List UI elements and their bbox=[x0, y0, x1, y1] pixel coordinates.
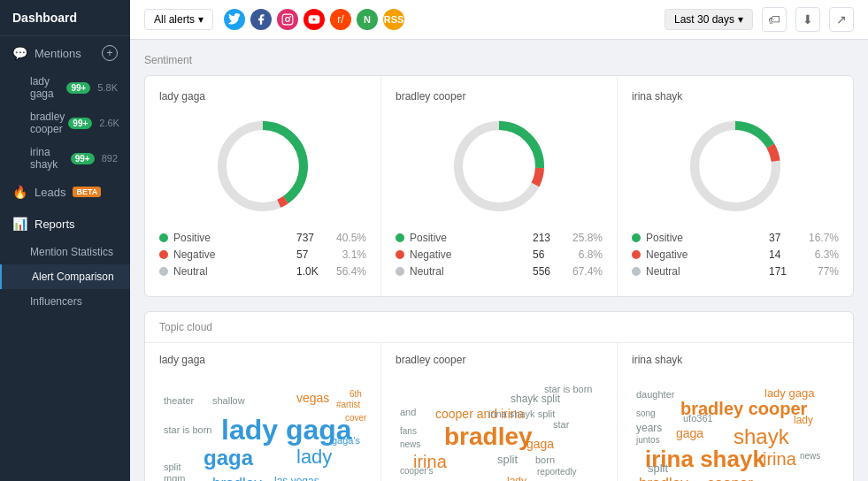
stat-row-positive: Positive 37 16.7% bbox=[632, 232, 839, 244]
youtube-filter-icon[interactable] bbox=[303, 9, 325, 30]
word-reportedly: reportedly bbox=[537, 467, 576, 477]
word-shayk: shayk bbox=[734, 424, 789, 450]
sentiment-stats-lady-gaga: Positive 737 40.5% Negative 57 3.1% Neut… bbox=[159, 232, 366, 278]
report-sub-items: Mention Statistics Alert Comparison Infl… bbox=[0, 240, 130, 314]
topbar: All alerts ▾ r/ N RSS Last 30 days ▾ bbox=[130, 0, 868, 40]
mention-item-bradley-cooper[interactable]: bradley cooper 99+ 2.6K bbox=[0, 105, 130, 141]
mention-item-lady-gaga[interactable]: lady gaga 99+ 5.8K bbox=[0, 70, 130, 105]
word-lady: lady bbox=[794, 414, 813, 426]
stat-row-positive: Positive 737 40.5% bbox=[159, 232, 366, 244]
news-filter-icon[interactable]: N bbox=[357, 9, 378, 30]
word-star-is-born: star is born bbox=[164, 424, 211, 436]
instagram-filter-icon[interactable] bbox=[277, 9, 298, 30]
svg-point-1 bbox=[286, 18, 290, 22]
negative-label: Negative bbox=[410, 248, 527, 261]
mention-count: 2.6K bbox=[99, 118, 119, 128]
word-gaga: gaga bbox=[526, 437, 554, 452]
tag-button[interactable]: 🏷 bbox=[762, 7, 787, 32]
word-fans: fans bbox=[400, 426, 417, 437]
neutral-label: Neutral bbox=[646, 265, 764, 278]
sentiment-section-title: Sentiment bbox=[144, 54, 854, 66]
neutral-pct: 56.4% bbox=[333, 265, 366, 278]
word-las-vegas: las vegas bbox=[274, 475, 319, 481]
mention-name: irina shayk bbox=[30, 146, 67, 171]
sentiment-card-irina-shayk: irina shayk Po bbox=[618, 76, 853, 296]
word-cooper: cooper bbox=[707, 475, 753, 481]
word-born: born bbox=[535, 454, 555, 466]
word-gaga: gaga bbox=[204, 446, 253, 471]
word-irina-shayk-split: irina shayk split bbox=[488, 408, 555, 420]
sidebar-item-mentions[interactable]: 💬 Mentions + bbox=[0, 36, 130, 70]
donut-chart-bradley-cooper bbox=[396, 113, 603, 219]
date-label: Last 30 days bbox=[674, 13, 734, 26]
sentiment-card-bradley-cooper: bradley cooper bbox=[381, 76, 618, 296]
mentions-label: Mentions bbox=[35, 47, 81, 60]
word-years: years bbox=[636, 422, 662, 434]
word-cloud-lady-gaga: lady gaga gaga lady bradley cooper vegas… bbox=[159, 373, 366, 481]
stat-row-neutral: Neutral 1.0K 56.4% bbox=[159, 265, 366, 278]
add-mention-button[interactable]: + bbox=[102, 45, 118, 61]
positive-label: Positive bbox=[410, 232, 527, 244]
word-and: and bbox=[400, 407, 416, 418]
sidebar-item-leads[interactable]: 🔥 Leads BETA bbox=[0, 176, 130, 208]
mention-name: bradley cooper bbox=[30, 111, 65, 135]
topbar-right: Last 30 days ▾ 🏷 ⬇ ↗ bbox=[664, 7, 854, 32]
sidebar-item-reports[interactable]: 📊 Reports bbox=[0, 208, 130, 240]
main-content: All alerts ▾ r/ N RSS Last 30 days ▾ bbox=[130, 0, 868, 481]
facebook-filter-icon[interactable] bbox=[250, 9, 272, 30]
mention-item-irina-shayk[interactable]: irina shayk 99+ 892 bbox=[0, 141, 130, 176]
word-cloud-irina-shayk: irina shayk bradley cooper shayk irina b… bbox=[632, 373, 839, 481]
sentiment-stats-irina-shayk: Positive 37 16.7% Negative 14 6.3% Neutr… bbox=[632, 232, 839, 278]
sentiment-stats-bradley-cooper: Positive 213 25.8% Negative 56 6.8% Neut… bbox=[396, 232, 603, 278]
twitter-filter-icon[interactable] bbox=[224, 9, 245, 30]
word-lady: lady bbox=[296, 446, 332, 469]
all-alerts-filter[interactable]: All alerts ▾ bbox=[144, 9, 213, 30]
leads-label: Leads bbox=[35, 186, 65, 199]
chevron-down-icon: ▾ bbox=[738, 13, 743, 26]
topic-cloud-section: Topic cloud lady gaga lady gaga gaga lad… bbox=[144, 311, 854, 481]
sidebar-sub-mention-statistics[interactable]: Mention Statistics bbox=[0, 240, 130, 264]
word-bradley: bradley bbox=[212, 475, 262, 481]
word-bradley: bradley bbox=[639, 475, 688, 481]
sidebar-logo[interactable]: Dashboard bbox=[0, 0, 130, 36]
word-star: star bbox=[553, 419, 569, 431]
stat-row-negative: Negative 57 3.1% bbox=[159, 248, 366, 261]
topic-card-name: lady gaga bbox=[159, 354, 366, 366]
neutral-dot bbox=[159, 267, 168, 276]
sentiment-cards: lady gaga bbox=[144, 75, 854, 297]
rss-filter-icon[interactable]: RSS bbox=[383, 9, 404, 30]
share-button[interactable]: ↗ bbox=[829, 7, 854, 32]
topic-card-name: irina shayk bbox=[632, 354, 839, 366]
stat-row-neutral: Neutral 171 77% bbox=[632, 265, 839, 278]
word-news: news bbox=[800, 451, 820, 462]
word-shallow: shallow bbox=[212, 395, 245, 407]
sidebar-sub-alert-comparison[interactable]: Alert Comparison bbox=[0, 264, 130, 289]
topic-card-bradley-cooper: bradley cooper bradley cooper irina coop… bbox=[381, 343, 618, 481]
topic-card-irina-shayk: irina shayk irina shayk bradley cooper s… bbox=[618, 343, 853, 481]
social-icon-filters: r/ N RSS bbox=[224, 9, 404, 30]
mention-badge: 99+ bbox=[71, 153, 95, 164]
word-vegas: vegas bbox=[296, 391, 329, 406]
reddit-filter-icon[interactable]: r/ bbox=[330, 9, 351, 30]
download-button[interactable]: ⬇ bbox=[795, 7, 820, 32]
negative-pct: 6.8% bbox=[569, 248, 603, 261]
date-range-filter[interactable]: Last 30 days ▾ bbox=[664, 9, 753, 30]
card-name: bradley cooper bbox=[396, 90, 603, 103]
card-name: irina shayk bbox=[632, 90, 839, 103]
positive-pct: 16.7% bbox=[805, 232, 839, 244]
beta-badge: BETA bbox=[73, 187, 101, 197]
leads-icon: 🔥 bbox=[12, 185, 27, 199]
positive-value: 737 bbox=[296, 232, 327, 244]
mentions-icon: 💬 bbox=[12, 46, 27, 60]
word-split: split bbox=[497, 453, 518, 467]
negative-value: 56 bbox=[533, 248, 564, 261]
sidebar-sub-influencers[interactable]: Influencers bbox=[0, 289, 130, 314]
neutral-dot bbox=[632, 267, 641, 276]
svg-point-2 bbox=[289, 16, 291, 18]
positive-value: 37 bbox=[769, 232, 800, 244]
word-artist: #artist bbox=[336, 400, 360, 410]
negative-dot bbox=[632, 250, 641, 259]
topic-card-name: bradley cooper bbox=[396, 354, 603, 366]
word-gagas: gaga's bbox=[332, 435, 360, 447]
word-6th: 6th bbox=[350, 389, 362, 400]
